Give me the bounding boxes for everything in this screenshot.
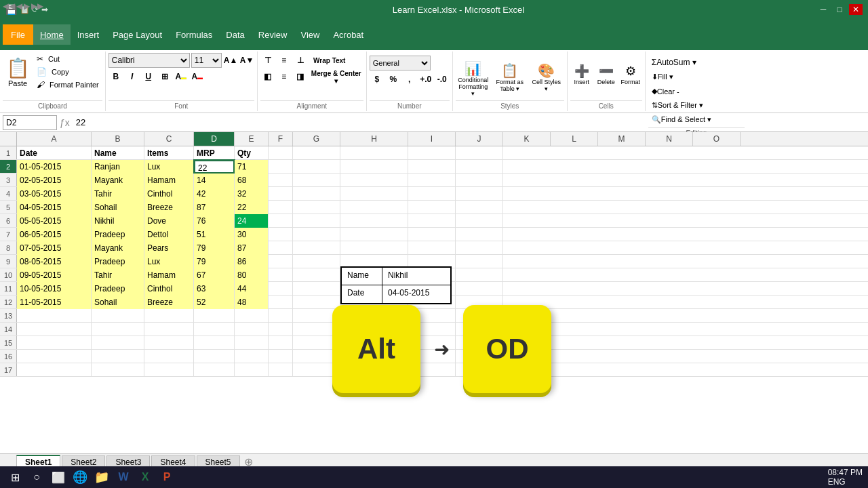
autosum-button[interactable]: Σ AutoSum ▾: [648, 56, 700, 69]
cell-b7[interactable]: Pradeep: [92, 228, 144, 241]
cell-e2[interactable]: 71: [235, 160, 269, 174]
cell-b10[interactable]: Tahir: [92, 268, 144, 282]
cell-f7[interactable]: [269, 228, 293, 241]
cell-b12[interactable]: Sohail: [92, 296, 144, 309]
cell-f1[interactable]: [269, 146, 293, 160]
cell-b1[interactable]: Name: [92, 146, 144, 160]
cell-a11[interactable]: 10-05-2015: [17, 282, 92, 296]
cell-i7[interactable]: [408, 228, 456, 241]
cell-d9[interactable]: 79: [194, 255, 235, 268]
wrap-text-button[interactable]: Wrap Text: [309, 53, 350, 68]
cell-f10[interactable]: [269, 268, 293, 282]
col-header-b[interactable]: B: [92, 132, 144, 146]
name-box[interactable]: [3, 115, 57, 130]
cell-h8[interactable]: [340, 241, 408, 255]
cell-c6[interactable]: Dove: [144, 214, 194, 228]
alt-key-button[interactable]: Alt: [332, 305, 420, 393]
minimize-button[interactable]: ─: [816, 4, 830, 15]
cell-f3[interactable]: [269, 174, 293, 187]
cell-a12[interactable]: 11-05-2015: [17, 296, 92, 309]
cell-a6[interactable]: 05-05-2015: [17, 214, 92, 228]
cut-button[interactable]: Cut: [45, 53, 63, 65]
cell-g8[interactable]: [293, 241, 340, 255]
search-button[interactable]: ○: [27, 468, 46, 487]
increase-decimal-button[interactable]: +.0: [418, 72, 433, 87]
col-header-e[interactable]: E: [235, 132, 269, 146]
cell-d11[interactable]: 63: [194, 282, 235, 296]
cell-i4[interactable]: [408, 187, 456, 201]
cell-f2[interactable]: [269, 160, 293, 174]
powerpoint-button[interactable]: P: [157, 468, 176, 487]
cell-j5[interactable]: [456, 201, 503, 214]
cell-e10[interactable]: 80: [235, 268, 269, 282]
file-menu-button[interactable]: File: [3, 24, 33, 45]
delete-cells-button[interactable]: ➖ Delete: [595, 56, 618, 94]
cell-i3[interactable]: [408, 174, 456, 187]
align-right-button[interactable]: ◨: [293, 69, 308, 84]
cell-e4[interactable]: 32: [235, 187, 269, 201]
cell-f9[interactable]: [269, 255, 293, 268]
align-center-button[interactable]: ≡: [277, 69, 292, 84]
insert-cells-button[interactable]: ➕ Insert: [570, 56, 593, 94]
decrease-font-button[interactable]: A▼: [239, 53, 254, 68]
review-menu-item[interactable]: Review: [252, 24, 294, 45]
cell-c4[interactable]: Cinthol: [144, 187, 194, 201]
view-menu-item[interactable]: View: [294, 24, 326, 45]
cell-j11[interactable]: [456, 282, 503, 296]
cell-d4[interactable]: 42: [194, 187, 235, 201]
merge-center-button[interactable]: Merge & Center ▾: [309, 69, 363, 84]
cell-j7[interactable]: [456, 228, 503, 241]
cell-styles-button[interactable]: 🎨 Cell Styles ▾: [529, 58, 564, 96]
fill-button[interactable]: ⬇ Fill ▾: [648, 70, 677, 83]
number-format-select[interactable]: General: [370, 56, 431, 70]
cell-b4[interactable]: Tahir: [92, 187, 144, 201]
cell-a9[interactable]: 08-05-2015: [17, 255, 92, 268]
cell-c9[interactable]: Lux: [144, 255, 194, 268]
font-color-button[interactable]: A▬: [190, 69, 205, 84]
cell-i5[interactable]: [408, 201, 456, 214]
comma-button[interactable]: ,: [402, 72, 417, 87]
cell-d12[interactable]: 52: [194, 296, 235, 309]
cell-c12[interactable]: Breeze: [144, 296, 194, 309]
cell-j9[interactable]: [456, 255, 503, 268]
cell-e5[interactable]: 22: [235, 201, 269, 214]
cell-c10[interactable]: Hamam: [144, 268, 194, 282]
paste-button[interactable]: 📋 Paste: [3, 53, 33, 91]
chrome-button[interactable]: 🌐: [71, 468, 90, 487]
cell-f12[interactable]: [269, 296, 293, 309]
cell-h2[interactable]: [340, 160, 408, 174]
cell-c3[interactable]: Hamam: [144, 174, 194, 187]
cell-c5[interactable]: Breeze: [144, 201, 194, 214]
cell-h3[interactable]: [340, 174, 408, 187]
cell-a3[interactable]: 02-05-2015: [17, 174, 92, 187]
cell-b3[interactable]: Mayank: [92, 174, 144, 187]
col-header-h[interactable]: H: [340, 132, 408, 146]
cell-h1[interactable]: [340, 146, 408, 160]
col-header-n[interactable]: N: [646, 132, 693, 146]
percent-button[interactable]: %: [386, 72, 401, 87]
explorer-button[interactable]: 📁: [92, 468, 111, 487]
underline-button[interactable]: U: [141, 69, 156, 84]
excel-button[interactable]: X: [136, 468, 155, 487]
formula-input[interactable]: [73, 115, 865, 130]
cell-j3[interactable]: [456, 174, 503, 187]
find-select-button[interactable]: 🔍 Find & Select ▾: [648, 113, 715, 126]
col-header-k[interactable]: K: [503, 132, 551, 146]
format-as-table-button[interactable]: 📋 Format as Table ▾: [492, 58, 528, 96]
cell-a4[interactable]: 03-05-2015: [17, 187, 92, 201]
cell-e11[interactable]: 44: [235, 282, 269, 296]
cell-e7[interactable]: 30: [235, 228, 269, 241]
cell-g11[interactable]: [293, 282, 340, 296]
cell-i8[interactable]: [408, 241, 456, 255]
sheet-nav-left[interactable]: ◀◀: [3, 1, 15, 11]
accounting-button[interactable]: $: [370, 72, 384, 87]
col-header-f[interactable]: F: [269, 132, 293, 146]
border-button[interactable]: ⊞: [157, 69, 172, 84]
cell-a5[interactable]: 04-05-2015: [17, 201, 92, 214]
cell-j4[interactable]: [456, 187, 503, 201]
cell-d1[interactable]: MRP: [194, 146, 235, 160]
cell-e6[interactable]: 24: [235, 214, 269, 228]
italic-button[interactable]: I: [125, 69, 140, 84]
cell-i1[interactable]: [408, 146, 456, 160]
cell-b2[interactable]: Ranjan: [92, 160, 144, 174]
